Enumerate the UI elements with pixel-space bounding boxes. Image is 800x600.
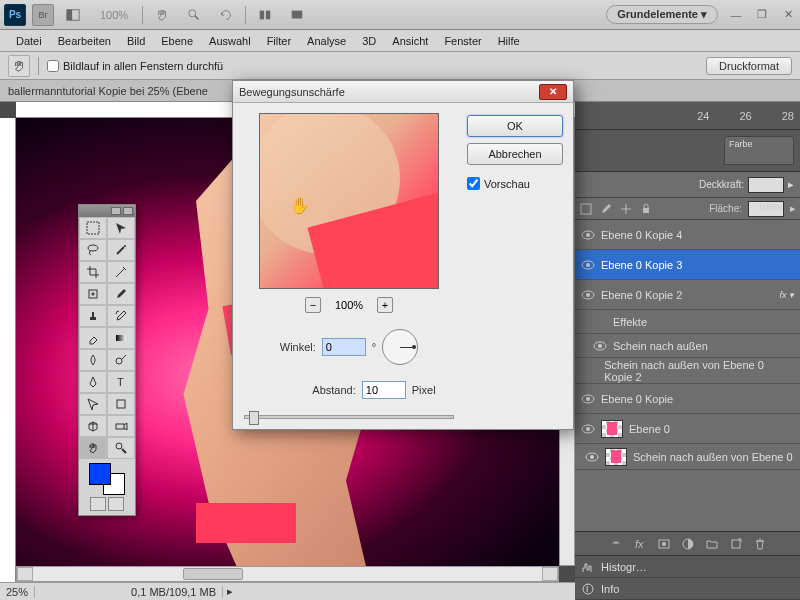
scroll-right-icon[interactable] xyxy=(542,567,558,581)
cancel-button[interactable]: Abbrechen xyxy=(467,143,563,165)
layer-row[interactable]: Ebene 0 Kopie xyxy=(575,384,800,414)
color-swatches[interactable] xyxy=(89,463,125,495)
crop-tool-icon[interactable] xyxy=(79,261,107,283)
opacity-input[interactable]: 100% xyxy=(748,177,784,193)
type-tool-icon[interactable]: T xyxy=(107,371,135,393)
zoom-tool-icon[interactable] xyxy=(181,4,207,26)
menu-filter[interactable]: Filter xyxy=(259,32,299,50)
preview-checkbox-input[interactable] xyxy=(467,177,480,190)
close-icon[interactable]: ✕ xyxy=(780,7,796,23)
layer-row[interactable]: Schein nach außen von Ebene 0 xyxy=(575,444,800,470)
color-panel-tab[interactable]: Farbe xyxy=(724,136,794,165)
restore-icon[interactable]: ❐ xyxy=(754,7,770,23)
magic-wand-tool-icon[interactable] xyxy=(107,239,135,261)
fill-input[interactable]: 100% xyxy=(748,201,784,217)
quickmask-mode-icon[interactable] xyxy=(108,497,124,511)
pen-tool-icon[interactable] xyxy=(79,371,107,393)
layer-row[interactable]: Schein nach außen von Ebene 0 Kopie 2 xyxy=(575,358,800,384)
visibility-toggle-icon[interactable] xyxy=(581,288,595,302)
workspace-selector[interactable]: Grundelemente ▾ xyxy=(606,5,718,24)
scrollbar-thumb[interactable] xyxy=(183,568,243,580)
healing-brush-tool-icon[interactable] xyxy=(79,283,107,305)
slider-thumb[interactable] xyxy=(249,411,259,425)
lock-all-icon[interactable] xyxy=(639,202,653,216)
visibility-toggle-icon[interactable] xyxy=(593,315,607,329)
zoom-tool-icon[interactable] xyxy=(107,437,135,459)
distance-slider[interactable] xyxy=(244,415,454,419)
layer-row[interactable]: Ebene 0 Kopie 2fx ▾ xyxy=(575,280,800,310)
zoom-out-button[interactable]: − xyxy=(305,297,321,313)
menu-ebene[interactable]: Ebene xyxy=(153,32,201,50)
angle-input[interactable] xyxy=(322,338,366,356)
layer-row[interactable]: Ebene 0 xyxy=(575,414,800,444)
eyedropper-tool-icon[interactable] xyxy=(107,261,135,283)
minimize-icon[interactable]: — xyxy=(728,7,744,23)
menu-hilfe[interactable]: Hilfe xyxy=(490,32,528,50)
dodge-tool-icon[interactable] xyxy=(107,349,135,371)
visibility-toggle-icon[interactable] xyxy=(585,364,598,378)
arrange-documents-icon[interactable] xyxy=(252,4,278,26)
layer-row[interactable]: Schein nach außen xyxy=(575,334,800,358)
3d-camera-tool-icon[interactable] xyxy=(107,415,135,437)
adjustment-layer-icon[interactable] xyxy=(681,537,695,551)
standard-mode-icon[interactable] xyxy=(90,497,106,511)
hand-tool-icon[interactable] xyxy=(79,437,107,459)
menu-fenster[interactable]: Fenster xyxy=(436,32,489,50)
palette-close-icon[interactable] xyxy=(123,207,133,215)
histogram-tab[interactable]: Histogr… xyxy=(575,556,800,578)
menu-bild[interactable]: Bild xyxy=(119,32,153,50)
dropdown-icon[interactable]: ▸ xyxy=(790,202,796,215)
status-doc-size[interactable]: 0,1 MB/109,1 MB xyxy=(125,586,223,598)
current-tool-icon[interactable] xyxy=(8,55,30,77)
history-brush-tool-icon[interactable] xyxy=(107,305,135,327)
palette-header[interactable] xyxy=(79,205,135,217)
hand-tool-icon[interactable] xyxy=(149,4,175,26)
eraser-tool-icon[interactable] xyxy=(79,327,107,349)
bridge-icon[interactable]: Br xyxy=(32,4,54,26)
brush-tool-icon[interactable] xyxy=(107,283,135,305)
layer-thumbnail[interactable] xyxy=(601,420,623,438)
layer-mask-icon[interactable] xyxy=(657,537,671,551)
move-tool-icon[interactable] xyxy=(107,217,135,239)
zoom-level-dropdown[interactable]: 100% xyxy=(92,9,136,21)
menu-ansicht[interactable]: Ansicht xyxy=(384,32,436,50)
3d-tool-icon[interactable] xyxy=(79,415,107,437)
lock-position-icon[interactable] xyxy=(619,202,633,216)
status-zoom[interactable]: 25% xyxy=(0,586,35,598)
clone-stamp-tool-icon[interactable] xyxy=(79,305,107,327)
link-layers-icon[interactable] xyxy=(609,537,623,551)
lock-image-icon[interactable] xyxy=(599,202,613,216)
scroll-all-windows-checkbox[interactable]: Bildlauf in allen Fenstern durchfü xyxy=(47,60,223,72)
lasso-tool-icon[interactable] xyxy=(79,239,107,261)
layer-row[interactable]: Ebene 0 Kopie 3 xyxy=(575,250,800,280)
shape-tool-icon[interactable] xyxy=(107,393,135,415)
zoom-in-button[interactable]: + xyxy=(377,297,393,313)
menu-3d[interactable]: 3D xyxy=(354,32,384,50)
preview-checkbox[interactable]: Vorschau xyxy=(467,177,563,190)
layer-row[interactable]: Effekte xyxy=(575,310,800,334)
path-selection-tool-icon[interactable] xyxy=(79,393,107,415)
new-layer-icon[interactable] xyxy=(729,537,743,551)
rotate-view-icon[interactable] xyxy=(213,4,239,26)
distance-input[interactable] xyxy=(362,381,406,399)
horizontal-scrollbar[interactable] xyxy=(16,566,559,582)
visibility-toggle-icon[interactable] xyxy=(585,450,599,464)
print-format-button[interactable]: Druckformat xyxy=(706,57,792,75)
scroll-left-icon[interactable] xyxy=(17,567,33,581)
layer-thumbnail[interactable] xyxy=(605,448,627,466)
visibility-toggle-icon[interactable] xyxy=(581,228,595,242)
menu-auswahl[interactable]: Auswahl xyxy=(201,32,259,50)
info-tab[interactable]: i Info xyxy=(575,578,800,600)
menu-analyse[interactable]: Analyse xyxy=(299,32,354,50)
visibility-toggle-icon[interactable] xyxy=(581,258,595,272)
blur-tool-icon[interactable] xyxy=(79,349,107,371)
marquee-tool-icon[interactable] xyxy=(79,217,107,239)
filter-preview[interactable]: ✋ xyxy=(259,113,439,289)
dialog-titlebar[interactable]: Bewegungsunschärfe ✕ xyxy=(233,81,573,103)
ok-button[interactable]: OK xyxy=(467,115,563,137)
foreground-color-swatch[interactable] xyxy=(89,463,111,485)
dialog-close-button[interactable]: ✕ xyxy=(539,84,567,100)
status-dropdown-icon[interactable]: ▸ xyxy=(223,585,237,598)
screen-mode-icon[interactable] xyxy=(284,4,310,26)
menu-bearbeiten[interactable]: Bearbeiten xyxy=(50,32,119,50)
